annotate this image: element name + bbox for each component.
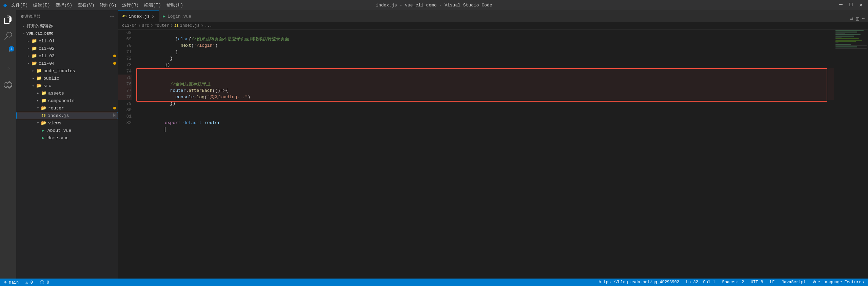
menu-help[interactable]: 帮助(H)	[166, 2, 183, 8]
more-actions-icon[interactable]: ⋯	[862, 15, 865, 22]
main-layout: 资源管理器 ⋯ ▹ 打开的编辑器 ▿ VUE_CLI_DEMO ▹ 📁 cli-…	[0, 10, 868, 279]
sidebar-more-button[interactable]: ⋯	[110, 13, 114, 20]
mini-line	[835, 40, 862, 41]
sidebar-item-cli03[interactable]: ▹ 📁 cli-03	[16, 52, 118, 60]
status-url[interactable]: https://blog.csdn.net/qq_40298902	[597, 280, 680, 285]
status-eol[interactable]: LF	[768, 280, 776, 285]
sidebar-item-cli04[interactable]: ▿ 📂 cli-04	[16, 60, 118, 67]
sidebar-title: 资源管理器	[20, 14, 41, 19]
status-bar: ⊛ main ⚠ 0 ⓘ 0 https://blog.csdn.net/qq_…	[0, 279, 868, 286]
breadcrumb-sep4: ❯	[201, 23, 203, 28]
breadcrumb-symbol[interactable]: ...	[205, 23, 212, 28]
code-editor[interactable]: 68 69 70 71 72 73 74 75 76 77 78 79 80 8…	[118, 29, 868, 279]
sidebar-item-home-vue[interactable]: ▶ Home.vue	[16, 134, 118, 142]
tab-index-js[interactable]: JS index.js ✕	[118, 10, 159, 22]
split-editor-icon[interactable]: ⇄	[850, 15, 853, 22]
code-line-71: }	[138, 49, 834, 55]
node-modules-label: node_modules	[43, 68, 116, 74]
breadcrumb-js-icon: JS	[174, 24, 179, 28]
code-line-80	[138, 107, 834, 113]
tab-login-vue-label: Login.vue	[167, 14, 191, 19]
toggle-sidebar-icon[interactable]: ◫	[856, 15, 860, 22]
router-folder-icon: 📂	[41, 105, 47, 111]
files-activity-icon[interactable]	[0, 12, 16, 28]
cli03-chevron: ▹	[26, 53, 31, 59]
src-label: src	[43, 83, 116, 88]
code-line-69: next('/login')	[138, 36, 834, 42]
mini-line	[835, 48, 867, 49]
sidebar-item-components[interactable]: ▹ 📁 components	[16, 97, 118, 104]
breadcrumb-cli04[interactable]: cli-04	[122, 23, 137, 28]
code-line-72: })	[138, 55, 834, 62]
breadcrumb-index-js[interactable]: index.js	[180, 23, 200, 28]
search-activity-icon[interactable]	[0, 28, 16, 44]
mini-line	[835, 38, 859, 39]
root-folder[interactable]: ▿ VUE_CLI_DEMO	[16, 30, 118, 37]
status-spaces[interactable]: Spaces: 2	[721, 280, 746, 285]
source-control-activity-icon[interactable]	[0, 44, 16, 60]
breadcrumb-router[interactable]: router	[154, 23, 169, 28]
menu-terminal[interactable]: 终端(T)	[144, 2, 161, 8]
maximize-button[interactable]: □	[847, 2, 855, 8]
home-vue-label: Home.vue	[47, 136, 116, 141]
sidebar-item-src[interactable]: ▿ 📂 src	[16, 82, 118, 89]
breadcrumb: cli-04 ❯ src ❯ router ❯ JS index.js ❯ ..…	[118, 22, 868, 29]
status-bar-right: https://blog.csdn.net/qq_40298902 Ln 82,…	[597, 280, 865, 285]
status-encoding[interactable]: UTF-8	[749, 280, 764, 285]
mini-line	[835, 41, 856, 42]
sidebar-item-cli02[interactable]: ▹ 📁 cli-02	[16, 45, 118, 52]
menu-file[interactable]: 文件(F)	[11, 2, 28, 8]
mini-line	[835, 30, 864, 31]
sidebar-item-router[interactable]: ▿ 📂 router	[16, 104, 118, 112]
minimize-button[interactable]: —	[837, 2, 845, 8]
tab-index-js-close[interactable]: ✕	[152, 14, 155, 19]
extensions-activity-icon[interactable]	[0, 77, 16, 93]
status-position[interactable]: Ln 82, Col 1	[685, 280, 716, 285]
breadcrumb-src[interactable]: src	[142, 23, 149, 28]
components-chevron: ▹	[35, 98, 41, 103]
index-js-label: index.js	[48, 113, 112, 118]
cli04-folder-icon: 📂	[31, 61, 37, 66]
status-errors[interactable]: ⚠ 0 ⓘ 0	[24, 280, 51, 285]
breadcrumb-sep2: ❯	[151, 23, 153, 28]
cursor	[165, 127, 165, 132]
tab-bar-actions: ⇄ ◫ ⋯	[850, 15, 868, 22]
sidebar-item-index-js[interactable]: JS index.js M	[16, 112, 118, 119]
status-branch[interactable]: ⊛ main	[3, 280, 20, 285]
code-line-77: console.log("关闭loading...")	[138, 87, 834, 94]
sidebar-item-about-vue[interactable]: ▶ About.vue	[16, 127, 118, 134]
sidebar-header: 资源管理器 ⋯	[16, 10, 118, 22]
router-badge	[113, 107, 116, 109]
title-bar-left: ◆ 文件(F) 编辑(E) 选择(S) 查看(V) 转到(G) 运行(R) 终端…	[3, 1, 183, 9]
sidebar-item-public[interactable]: ▹ 📁 public	[16, 75, 118, 82]
node-modules-folder-icon: 📁	[36, 68, 42, 74]
sidebar-item-node-modules[interactable]: ▹ 📁 node_modules	[16, 67, 118, 75]
home-vue-icon: ▶	[40, 135, 46, 141]
public-folder-icon: 📁	[36, 76, 42, 81]
sidebar-item-assets[interactable]: ▹ 📁 assets	[16, 89, 118, 97]
tab-login-vue[interactable]: ▶ Login.vue	[159, 10, 195, 22]
status-extension[interactable]: Vue Language Features	[811, 280, 865, 285]
menu-select[interactable]: 选择(S)	[56, 2, 72, 8]
window-controls: — □ ✕	[837, 2, 865, 8]
status-bar-left: ⊛ main ⚠ 0 ⓘ 0	[3, 280, 51, 285]
run-activity-icon[interactable]	[0, 60, 16, 77]
code-line-79	[138, 100, 834, 107]
minimap-lines	[834, 29, 868, 50]
code-content[interactable]: }else{//如果跳转页面不是登录页面则继续跳转登录页面 next('/log…	[135, 29, 834, 279]
close-button[interactable]: ✕	[857, 2, 865, 8]
menu-edit[interactable]: 编辑(E)	[33, 2, 50, 8]
components-label: components	[48, 98, 116, 103]
sidebar-item-views[interactable]: ▿ 📂 views	[16, 119, 118, 127]
src-folder-icon: 📂	[36, 83, 42, 88]
status-language[interactable]: JavaScript	[780, 280, 807, 285]
code-line-76: router.afterEach(()=>{	[138, 81, 834, 87]
menu-view[interactable]: 查看(V)	[78, 2, 94, 8]
open-editors-section[interactable]: ▹ 打开的编辑器	[16, 22, 118, 30]
open-editors-label: 打开的编辑器	[26, 23, 116, 29]
menu-run[interactable]: 运行(R)	[122, 2, 139, 8]
sidebar-item-cli01[interactable]: ▹ 📁 cli-01	[16, 37, 118, 45]
menu-goto[interactable]: 转到(G)	[100, 2, 116, 8]
code-line-70: }	[138, 42, 834, 49]
mini-line	[835, 32, 857, 33]
